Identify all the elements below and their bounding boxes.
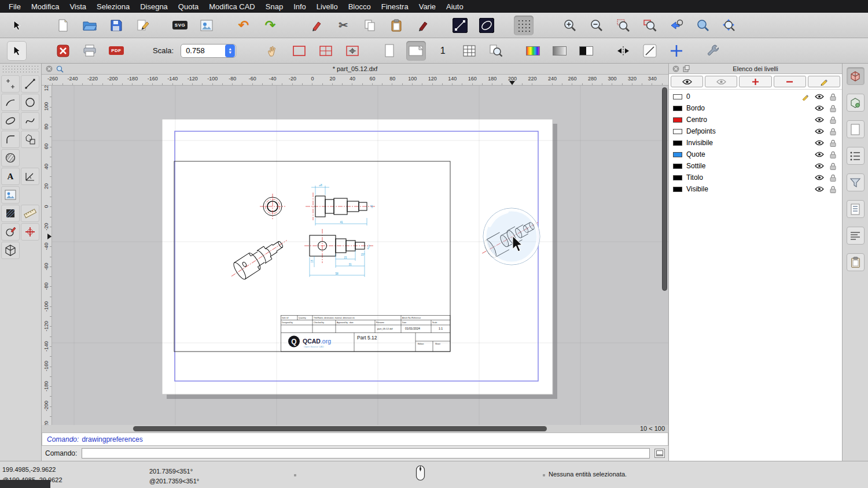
menu-item[interactable]: Seleziona (91, 2, 135, 11)
layer-visibility-eye-icon[interactable] (814, 151, 824, 157)
multi-page-button[interactable] (459, 41, 479, 61)
toolbox-handle[interactable] (2, 65, 39, 73)
clipboard-panel-button[interactable] (847, 253, 865, 271)
layer-lock-icon[interactable] (828, 151, 838, 158)
stepper-icon[interactable]: ▲▼ (225, 45, 235, 57)
layer-list-button[interactable] (847, 147, 865, 165)
copy-button[interactable] (360, 16, 380, 35)
cut-button[interactable]: ✂ (333, 16, 353, 35)
fillet-tool-button[interactable] (1, 131, 20, 148)
print-grid-button[interactable] (316, 41, 336, 61)
undo-button[interactable]: ↶ (234, 16, 253, 35)
layer-lock-icon[interactable] (828, 93, 838, 101)
open-file-button[interactable] (80, 16, 100, 35)
zoom-out-button[interactable] (587, 16, 606, 35)
selection-arrow-button-2[interactable] (7, 41, 27, 61)
remove-layer-button[interactable] (774, 76, 806, 87)
layer-lock-icon[interactable] (828, 139, 838, 147)
menu-item[interactable]: Quota (173, 2, 204, 11)
layer-visibility-eye-icon[interactable] (814, 117, 824, 123)
menu-item[interactable]: Disegna (135, 2, 173, 11)
layer-row[interactable]: Invisibile (669, 137, 842, 149)
library-browser-button[interactable] (847, 200, 865, 218)
zoom-window-button[interactable] (640, 16, 660, 35)
previous-view-button[interactable] (667, 16, 686, 35)
mirror-arrows-button[interactable] (613, 41, 633, 61)
menu-item[interactable]: Info (288, 2, 311, 11)
layer-visibility-eye-icon[interactable] (814, 128, 824, 134)
line-entity-button[interactable] (450, 16, 470, 35)
ellipse-entity-button[interactable] (477, 16, 496, 35)
text-tool-button[interactable]: A (1, 168, 20, 185)
point-tool-button[interactable] (1, 75, 20, 93)
layer-lock-icon[interactable] (828, 174, 838, 182)
show-all-layers-button[interactable] (671, 76, 703, 87)
isometric-tool-button[interactable] (1, 242, 20, 259)
gray-gradient-button[interactable] (550, 41, 569, 61)
paper-space-button[interactable] (847, 120, 865, 138)
layer-visibility-eye-icon[interactable] (814, 140, 824, 146)
zoom-in-button[interactable] (560, 16, 580, 35)
layer-lock-icon[interactable] (828, 105, 838, 112)
pan-zoom-button[interactable] (693, 16, 713, 35)
bw-gradient-button[interactable] (576, 41, 596, 61)
arc-tool-button[interactable] (1, 94, 20, 111)
spline-tool-button[interactable] (21, 112, 39, 130)
layer-visibility-eye-icon[interactable] (814, 186, 824, 192)
close-preview-button[interactable] (53, 41, 73, 61)
print-preview-button[interactable] (197, 16, 216, 35)
menu-item[interactable]: Modifica (26, 2, 64, 11)
layer-row[interactable]: Quote (669, 149, 842, 160)
menu-item[interactable]: File (3, 2, 26, 11)
redo-button[interactable]: ↷ (260, 16, 280, 35)
layer-visibility-eye-icon[interactable] (814, 105, 824, 111)
polygon-tool-button[interactable] (21, 131, 39, 148)
print-button[interactable] (80, 41, 100, 61)
image-tool-button[interactable] (1, 186, 20, 204)
menu-item[interactable]: Modifica CAD (204, 2, 260, 11)
paste-button[interactable] (387, 16, 406, 35)
layer-lock-icon[interactable] (828, 116, 838, 124)
pdf-export-button[interactable]: PDF (106, 41, 126, 61)
global-zoom-button[interactable] (720, 16, 740, 35)
layer-visibility-eye-icon[interactable] (814, 175, 824, 180)
drawing-canvas[interactable]: ⌀8 41 ⌀6 (52, 86, 668, 425)
landscape-page-button[interactable] (406, 41, 426, 61)
zoom-page-button[interactable] (486, 41, 506, 61)
page-number-button[interactable]: 1 (433, 41, 453, 61)
new-file-button[interactable] (53, 16, 73, 35)
layer-lock-icon[interactable] (828, 186, 838, 193)
close-document-button[interactable] (45, 65, 53, 73)
layer-row[interactable]: Bordo (669, 102, 842, 114)
horizontal-scrollbar[interactable]: 10 < 100 (42, 425, 668, 432)
selection-arrow-button[interactable] (7, 16, 27, 35)
layer-row[interactable]: 0 (669, 91, 842, 102)
print-crosshair-button[interactable] (343, 41, 362, 61)
document-zoom-button[interactable] (56, 65, 64, 73)
line-style-button[interactable] (640, 41, 660, 61)
close-panel-button[interactable] (672, 65, 679, 72)
portrait-page-button[interactable] (380, 41, 399, 61)
snap-tool-button[interactable] (21, 223, 39, 241)
layer-lock-icon[interactable] (828, 128, 838, 135)
ellipse-tool-button[interactable] (1, 112, 20, 130)
detach-panel-button[interactable] (682, 65, 690, 72)
measure-tool-button[interactable] (21, 205, 39, 222)
pan-hand-button[interactable] (263, 41, 282, 61)
hatch-tool-button[interactable] (1, 149, 20, 167)
line-tool-button[interactable] (21, 75, 39, 93)
settings-wrench-button[interactable] (704, 41, 723, 61)
layer-row[interactable]: Centro (669, 114, 842, 125)
property-pen-button[interactable] (413, 16, 433, 35)
modify-tool-button[interactable] (1, 223, 20, 241)
add-layer-button[interactable] (739, 76, 771, 87)
auto-zoom-button[interactable] (613, 16, 633, 35)
drawing-preferences-button[interactable] (133, 16, 153, 35)
grid-snap-button[interactable] (514, 16, 534, 35)
hide-all-layers-button[interactable] (705, 76, 737, 87)
color-picker-button[interactable] (523, 41, 543, 61)
layer-lock-icon[interactable] (828, 162, 838, 170)
menu-item[interactable]: Livello (311, 2, 343, 11)
circle-tool-button[interactable] (21, 94, 39, 111)
menu-item[interactable]: Finestra (376, 2, 414, 11)
